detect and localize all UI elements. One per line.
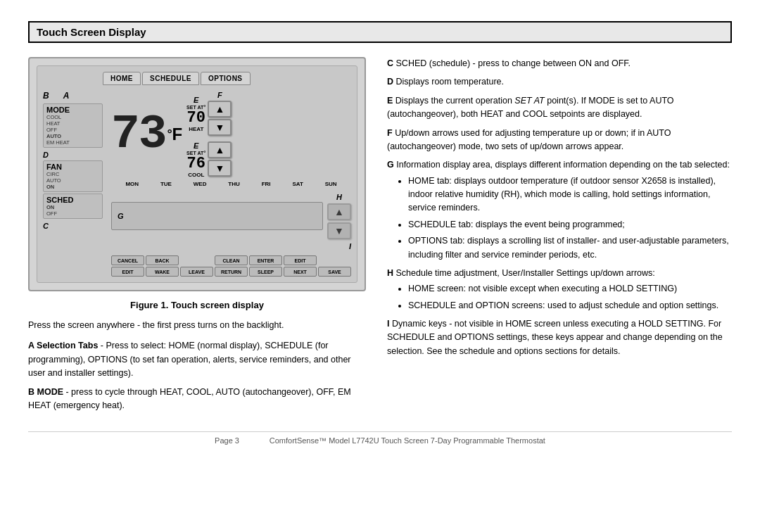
tab-options[interactable]: OPTIONS <box>201 72 251 85</box>
center-right-area: 73 ° F E SET AT° <box>111 91 351 277</box>
temp-fahrenheit: F <box>172 125 182 144</box>
day-wed: WED <box>194 181 207 187</box>
item-g-letter: G <box>387 160 394 170</box>
main-temp-display: 73 ° F <box>111 110 182 158</box>
fan-circ: CIRC <box>46 171 99 177</box>
item-h-bullet-1: HOME screen: not visible except when exe… <box>408 282 732 296</box>
label-f: F <box>217 91 222 99</box>
item-h-list: HOME screen: not visible except when exe… <box>408 282 732 312</box>
label-g: G <box>118 212 124 220</box>
btn-cell-7: SAVE <box>318 255 351 277</box>
item-h-text: Schedule time adjustment, User/Installer… <box>396 268 655 278</box>
footer-model: ComfortSense™ Model L7742U Touch Screen … <box>270 436 545 445</box>
fan-auto: AUTO <box>46 177 99 184</box>
sched-block[interactable]: SCHED ON OFF <box>43 194 103 219</box>
footer-page: Page 3 <box>215 436 239 445</box>
item-d-letter: D <box>387 77 393 87</box>
mode-title: MODE <box>46 106 99 114</box>
cool-down-arrow[interactable]: ▼ <box>208 160 232 177</box>
return-button[interactable]: RETURN <box>215 267 248 277</box>
item-e: E Displays the current operation SET AT … <box>387 94 732 122</box>
day-sat: SAT <box>292 181 303 187</box>
para-b-text: - press to cycle through HEAT, COOL, AUT… <box>28 387 351 410</box>
right-column: C SCHED (schedule) - press to change bet… <box>387 57 732 417</box>
mode-heat: HEAT <box>46 120 99 127</box>
para-a-letter: A Selection Tabs <box>28 341 98 350</box>
h-up-arrow[interactable]: ▲ <box>327 203 351 220</box>
para-a-bold: Selection Tabs <box>37 341 98 350</box>
para-b-bold: MODE <box>37 387 64 397</box>
i-label-row: I <box>111 242 351 251</box>
wake-button[interactable]: WAKE <box>146 267 179 277</box>
page-title: Touch Screen Display <box>37 26 723 38</box>
day-thu: THU <box>228 181 239 187</box>
fan-on: ON <box>46 184 99 190</box>
mode-cool: COOL <box>46 114 99 120</box>
edit2-button[interactable]: EDIT <box>284 255 317 265</box>
tab-schedule[interactable]: SCHEDULE <box>142 72 199 85</box>
cool-setat-label: E SET AT° 76 COOL <box>186 140 205 178</box>
btn-cell-6: EDIT NEXT <box>284 255 317 277</box>
item-g-bullet-3: OPTIONS tab: displays a scrolling list o… <box>408 234 732 262</box>
page-header: Touch Screen Display <box>28 21 732 43</box>
sched-on: ON <box>46 204 99 210</box>
save-button[interactable]: SAVE <box>318 267 351 277</box>
heat-setpoint-value: 70 <box>186 110 205 126</box>
h-down-arrow[interactable]: ▼ <box>327 222 351 239</box>
heat-setpoint-label: HEAT <box>186 126 205 132</box>
item-g-text: Information display area, displays diffe… <box>396 160 730 170</box>
item-i-letter: I <box>387 319 389 329</box>
item-i: I Dynamic keys - not visible in HOME scr… <box>387 317 732 358</box>
edit-button[interactable]: EDIT <box>111 267 144 277</box>
leave-button[interactable]: LEAVE <box>180 267 213 277</box>
empty-top-7 <box>318 255 351 265</box>
item-h-letter: H <box>387 268 393 278</box>
sched-off: OFF <box>46 210 99 217</box>
item-c: C SCHED (schedule) - press to change bet… <box>387 57 732 70</box>
press-text: Press the screen anywhere - the first pr… <box>28 319 366 332</box>
mode-emheat: EM HEAT <box>46 139 99 146</box>
tab-home[interactable]: HOME <box>103 72 141 85</box>
item-g-list: HOME tab: displays outdoor temperature (… <box>408 175 732 262</box>
item-d: D Displays room temperature. <box>387 75 732 89</box>
mode-block[interactable]: MODE COOL HEAT OFF AUTO EM HEAT <box>43 103 103 148</box>
fan-title: FAN <box>46 163 99 171</box>
empty-top-3 <box>180 255 213 265</box>
enter-button[interactable]: ENTER <box>249 255 282 265</box>
back-button[interactable]: BACK <box>146 255 179 265</box>
btn-cell-1: CANCEL EDIT <box>111 255 144 277</box>
thermostat-inner: HOME SCHEDULE OPTIONS B A <box>37 65 357 283</box>
main-temperature: 73 <box>111 110 166 158</box>
heat-down-arrow[interactable]: ▼ <box>208 119 232 136</box>
heat-setpoint-row: E SET AT° 70 HEAT F ▲ ▼ <box>186 91 232 136</box>
item-h-bullet-2: SCHEDULE and OPTION screens: used to adj… <box>408 299 732 312</box>
clean-button[interactable]: CLEAN <box>215 255 248 265</box>
left-column: HOME SCHEDULE OPTIONS B A <box>28 57 366 417</box>
item-i-text: Dynamic keys - not visible in HOME scree… <box>387 319 723 356</box>
item-f-text: Up/down arrows used for adjusting temper… <box>387 128 671 151</box>
sleep-button[interactable]: SLEEP <box>249 267 282 277</box>
label-e1: E <box>194 96 198 104</box>
item-g: G Information display area, displays dif… <box>387 158 732 262</box>
fan-block[interactable]: FAN CIRC AUTO ON <box>43 160 103 192</box>
cool-setpoint-row: E SET AT° 76 COOL ▲ ▼ <box>186 140 232 178</box>
day-fri: FRI <box>262 181 271 187</box>
label-b: B <box>43 91 49 101</box>
cancel-button[interactable]: CANCEL <box>111 255 144 265</box>
cool-setpoint-label: COOL <box>186 172 205 178</box>
label-d: D <box>43 151 103 159</box>
label-e2: E <box>194 141 198 150</box>
info-area-g: G <box>111 202 323 230</box>
days-row: MON TUE WED THU FRI SAT SUN <box>111 181 351 187</box>
day-tue: TUE <box>160 181 172 187</box>
heat-up-arrow[interactable]: ▲ <box>208 101 232 118</box>
item-c-text: SCHED (schedule) - press to change betwe… <box>396 58 631 68</box>
item-f-letter: F <box>387 128 393 138</box>
para-b: B MODE - press to cycle through HEAT, CO… <box>28 386 366 413</box>
cool-setpoint-value: 76 <box>186 156 205 172</box>
next-button[interactable]: NEXT <box>284 267 317 277</box>
label-ab-row: B A <box>43 91 103 101</box>
item-e-letter: E <box>387 96 393 106</box>
cool-up-arrow[interactable]: ▲ <box>208 141 232 158</box>
btn-cell-3: LEAVE <box>180 255 213 277</box>
